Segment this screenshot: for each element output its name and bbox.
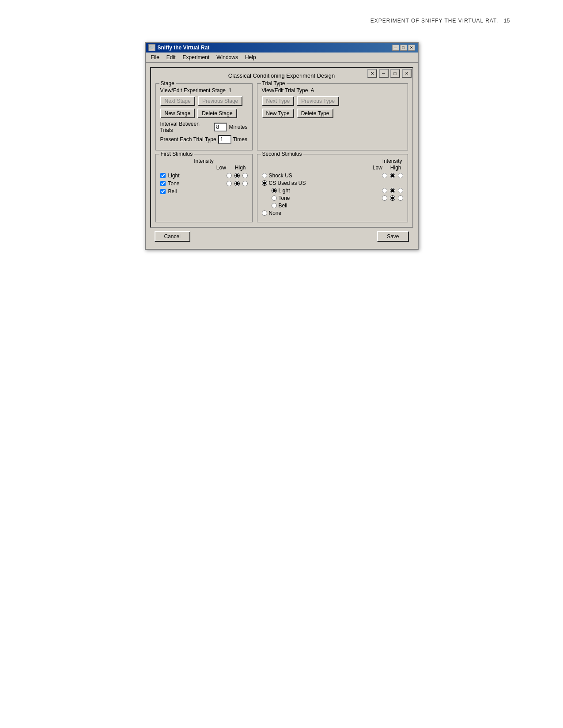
first-stim-group: First Stimulus Intensity Low High Light	[155, 154, 253, 222]
present-label: Present Each Trial Type	[160, 136, 216, 143]
none-row: None	[262, 210, 403, 216]
minimize-btn[interactable]: ─	[392, 45, 399, 51]
cs-tone-radio-low[interactable]	[382, 195, 387, 201]
bell-checkbox[interactable]	[160, 189, 166, 194]
view-edit-trial-label: View/Edit Trial Type A	[262, 87, 403, 94]
shock-radio-low[interactable]	[382, 173, 387, 178]
low-label: Low	[216, 165, 226, 171]
next-type-btn[interactable]: Next Type	[262, 96, 295, 106]
interval-label: Interval Between Trials	[160, 121, 212, 133]
title-bar-left: 🐀 Sniffy the Virtual Rat	[148, 44, 210, 51]
stage-group-label: Stage	[159, 80, 176, 86]
trial-nav-row: Next Type Previous Type	[262, 96, 403, 106]
tone-radio-low[interactable]	[227, 181, 232, 186]
cs-light-radio[interactable]	[272, 188, 277, 193]
menu-file[interactable]: File	[147, 53, 163, 61]
save-button[interactable]: Save	[377, 231, 408, 242]
intensity-header: Intensity	[194, 158, 214, 164]
trial-action-row: New Type Delete Type	[262, 109, 403, 118]
new-type-btn[interactable]: New Type	[262, 109, 294, 118]
light-checkbox[interactable]	[160, 173, 166, 178]
second-stim-group: Second Stimulus Intensity Low High Shock…	[257, 154, 408, 222]
menu-help[interactable]: Help	[242, 53, 260, 61]
none-label: None	[269, 210, 282, 216]
dialog-close2-btn[interactable]: ✕	[402, 69, 412, 78]
first-stim-label: First Stimulus	[159, 151, 194, 157]
cs-tone-radio-high[interactable]	[398, 195, 403, 201]
cs-light-radio-low[interactable]	[382, 188, 387, 193]
stage-group: Stage View/Edit Experiment Stage 1 Next …	[155, 83, 253, 150]
trial-type-group-label: Trial Type	[261, 80, 287, 86]
close-btn-outer[interactable]: ✕	[408, 45, 415, 51]
view-edit-stage-label: View/Edit Experiment Stage 1	[160, 87, 248, 94]
cs-used-row: CS Used as US	[262, 180, 403, 186]
prev-type-btn[interactable]: Previous Type	[297, 96, 339, 106]
light-radio-mid[interactable]	[234, 173, 240, 178]
dialog-min-btn[interactable]: ─	[379, 69, 389, 78]
ss-low-label: Low	[373, 165, 382, 171]
dialog-max-btn[interactable]: □	[390, 69, 400, 78]
cs-light-radio-mid[interactable]	[390, 188, 395, 193]
cancel-button[interactable]: Cancel	[155, 231, 190, 242]
prev-stage-btn[interactable]: Previous Stage	[198, 96, 242, 106]
bottom-buttons: Cancel Save	[150, 228, 413, 244]
title-bar-text: Sniffy the Virtual Rat	[158, 45, 210, 51]
maximize-btn[interactable]: □	[400, 45, 407, 51]
present-input[interactable]	[218, 135, 231, 144]
none-radio[interactable]	[262, 210, 267, 216]
stage-nav-row: Next Stage Previous Stage	[160, 96, 248, 106]
dialog-area: ✕ ─ □ ✕ Classical Conditioning Experimen…	[146, 63, 418, 249]
menu-edit[interactable]: Edit	[163, 53, 179, 61]
delete-type-btn[interactable]: Delete Type	[297, 109, 334, 118]
delete-stage-btn[interactable]: Delete Stage	[197, 109, 237, 118]
tone-label: Tone	[168, 180, 180, 187]
trial-type-group: Trial Type View/Edit Trial Type A Next T…	[257, 83, 408, 150]
cs-tone-label: Tone	[279, 195, 290, 201]
stimulus-area: First Stimulus Intensity Low High Light	[155, 154, 408, 222]
title-bar: 🐀 Sniffy the Virtual Rat ─ □ ✕	[146, 43, 418, 53]
high-label: High	[235, 165, 246, 171]
second-stim-label: Second Stimulus	[261, 151, 303, 157]
dialog-x-btn[interactable]: ✕	[367, 69, 377, 78]
stage-action-row: New Stage Delete Stage	[160, 109, 248, 118]
app-icon: 🐀	[148, 44, 155, 51]
times-label: Times	[233, 136, 247, 143]
shock-us-radio[interactable]	[262, 173, 267, 178]
light-radio-high[interactable]	[242, 173, 248, 178]
outer-window: 🐀 Sniffy the Virtual Rat ─ □ ✕ File Edit…	[145, 42, 419, 250]
menu-experiment[interactable]: Experiment	[179, 53, 213, 61]
cs-tone-radio-mid[interactable]	[390, 195, 395, 201]
shock-radio-mid[interactable]	[390, 173, 395, 178]
menu-bar: File Edit Experiment Windows Help	[146, 53, 418, 63]
tone-checkbox[interactable]	[160, 181, 166, 186]
present-row: Present Each Trial Type Times	[160, 135, 248, 144]
cs-used-label: CS Used as US	[269, 180, 306, 186]
bell-row: Bell	[160, 188, 248, 195]
dialog-columns: Stage View/Edit Experiment Stage 1 Next …	[155, 83, 408, 150]
tone-row: Tone	[160, 180, 248, 187]
shock-us-label: Shock US	[269, 173, 292, 179]
dialog-box: Classical Conditioning Experiment Design…	[150, 67, 413, 228]
tone-radio-high[interactable]	[242, 181, 248, 186]
interval-input[interactable]	[214, 123, 227, 131]
cs-light-row: Light	[262, 188, 403, 194]
tone-radio-mid[interactable]	[234, 181, 240, 186]
bell-label: Bell	[168, 188, 177, 195]
cs-bell-radio[interactable]	[272, 203, 277, 208]
cs-light-radio-high[interactable]	[398, 188, 403, 193]
new-stage-btn[interactable]: New Stage	[160, 109, 195, 118]
page-number: 15	[504, 18, 510, 24]
cs-tone-radio[interactable]	[272, 195, 277, 201]
interval-row: Interval Between Trials Minutes	[160, 121, 248, 133]
ss-high-label: High	[390, 165, 401, 171]
light-row: Light	[160, 173, 248, 179]
cs-tone-row: Tone	[262, 195, 403, 201]
page-header-title: EXPERIMENT OF SNIFFY THE VIRTUAL RAT.	[370, 18, 499, 24]
cs-used-radio[interactable]	[262, 180, 267, 186]
cs-bell-row: Bell	[262, 203, 403, 209]
ss-intensity-header: Intensity	[382, 158, 402, 164]
light-radio-low[interactable]	[227, 173, 232, 178]
menu-windows[interactable]: Windows	[213, 53, 242, 61]
next-stage-btn[interactable]: Next Stage	[160, 96, 195, 106]
shock-radio-high[interactable]	[398, 173, 403, 178]
